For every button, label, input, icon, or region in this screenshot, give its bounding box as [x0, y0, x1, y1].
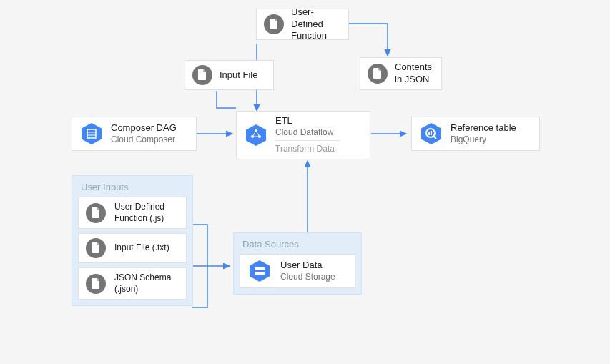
group-title: Data Sources [242, 239, 355, 250]
storage-icon [247, 259, 272, 283]
dataflow-icon [244, 123, 268, 147]
document-icon [368, 64, 388, 84]
group-data-sources: Data Sources User Data Cloud Storage [233, 232, 362, 295]
node-subtitle: Cloud Composer [111, 134, 177, 146]
group-user-inputs: User Inputs User Defined Function (.js) … [72, 175, 193, 306]
item-title: JSON Schema (.json) [114, 272, 179, 295]
node-title: Input File [220, 69, 257, 82]
node-title: ETL [275, 115, 340, 127]
document-icon [192, 65, 212, 85]
node-reference-table: Reference table BigQuery [411, 117, 540, 151]
item-title: User Data [280, 260, 335, 272]
divider [275, 140, 340, 141]
node-subtitle: Cloud Dataflow [275, 127, 340, 139]
node-title: Contents in JSON [395, 62, 434, 86]
svg-rect-19 [428, 132, 430, 135]
node-etl: ETL Cloud Dataflow Transform Data [236, 111, 370, 159]
node-action: Transform Data [275, 144, 340, 155]
svg-rect-22 [255, 267, 265, 270]
document-icon [264, 14, 284, 34]
node-title: User-Defined Function [291, 6, 341, 43]
svg-marker-21 [250, 260, 270, 282]
list-item: User Defined Function (.js) [78, 197, 187, 229]
item-title: User Defined Function (.js) [114, 202, 179, 224]
list-item: User Data Cloud Storage [240, 254, 355, 288]
list-item: JSON Schema (.json) [78, 267, 187, 300]
node-subtitle: BigQuery [451, 134, 516, 146]
document-icon [86, 203, 106, 223]
composer-icon [79, 122, 104, 146]
svg-rect-20 [431, 131, 432, 135]
document-icon [86, 274, 106, 294]
node-contents-json: Contents in JSON [360, 57, 442, 90]
item-subtitle: Cloud Storage [280, 272, 335, 283]
list-item: Input File (.txt) [78, 233, 187, 263]
node-input-file: Input File [185, 60, 274, 90]
node-title: Composer DAG [111, 122, 177, 134]
svg-rect-23 [255, 272, 265, 275]
svg-marker-9 [246, 124, 266, 146]
item-title: Input File (.txt) [114, 242, 169, 254]
document-icon [86, 238, 106, 258]
svg-marker-5 [82, 123, 102, 144]
bigquery-icon [419, 122, 443, 146]
node-udf-top: User-Defined Function [256, 9, 349, 40]
node-composer-dag: Composer DAG Cloud Composer [72, 117, 197, 151]
group-title: User Inputs [81, 182, 187, 192]
node-title: Reference table [451, 122, 516, 134]
